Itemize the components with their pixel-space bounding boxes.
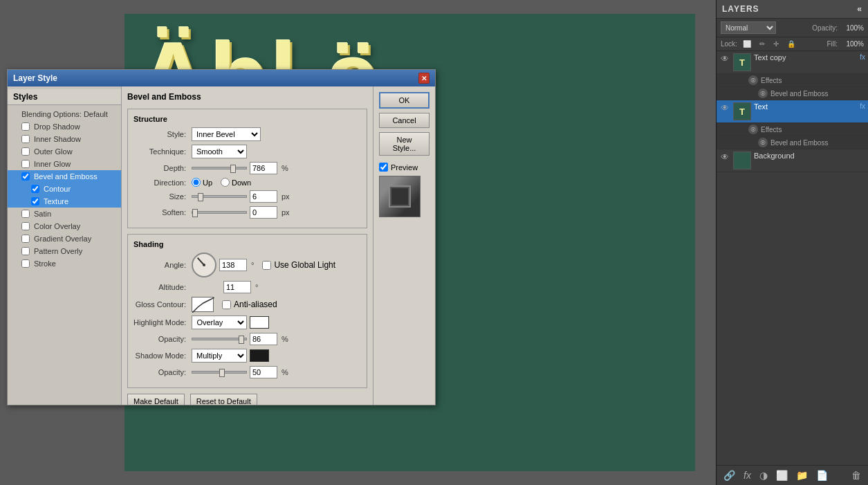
satin-checkbox[interactable]	[21, 210, 30, 218]
preview-label[interactable]: Preview	[379, 163, 430, 172]
opacity-label: Opacity:	[812, 24, 838, 32]
eye-icon-text[interactable]: 👁	[719, 102, 730, 113]
layer-sub-effects-text[interactable]: ⦿ Effects	[717, 123, 868, 136]
blending-options-label: Blending Options: Default	[21, 110, 108, 118]
style-label: Style:	[133, 130, 189, 138]
lock-all-icon[interactable]: 🔒	[784, 39, 798, 49]
style-item-gradient-overlay[interactable]: Gradient Overlay	[8, 232, 121, 245]
layer-sub-bevel-text-copy[interactable]: ⦿ Bevel and Emboss	[717, 87, 868, 100]
style-item-outer-glow[interactable]: Outer Glow	[8, 145, 121, 158]
style-item-contour[interactable]: Contour	[8, 183, 121, 195]
highlight-mode-select[interactable]: Overlay Normal	[192, 315, 247, 329]
style-select[interactable]: Inner Bevel Outer Bevel Emboss	[192, 127, 261, 141]
fill-value[interactable]: 100%	[840, 40, 864, 48]
style-item-satin[interactable]: Satin	[8, 208, 121, 220]
highlight-opacity-slider[interactable]	[192, 338, 247, 340]
make-default-button[interactable]: Make Default	[127, 394, 185, 405]
soften-slider[interactable]	[192, 211, 247, 214]
anti-aliased-label[interactable]: Anti-aliased	[222, 300, 277, 309]
lock-transparent-icon[interactable]: ⬜	[740, 39, 754, 49]
reset-to-default-button[interactable]: Reset to Default	[190, 394, 257, 405]
direction-down-radio[interactable]	[221, 178, 230, 187]
global-light-label[interactable]: Use Global Light	[262, 260, 335, 270]
add-fx-button[interactable]: fx	[741, 468, 754, 482]
style-item-blending[interactable]: Blending Options: Default	[8, 108, 121, 120]
size-label: Size:	[133, 192, 189, 201]
add-mask-button[interactable]: ⬜	[773, 468, 791, 482]
style-item-stroke[interactable]: Stroke	[8, 257, 121, 270]
angle-center	[203, 264, 205, 266]
layer-item-text-copy[interactable]: 👁 T Text copy fx	[717, 51, 868, 74]
eye-icon-text-copy[interactable]: 👁	[719, 53, 730, 64]
layer-info-background: Background	[754, 152, 865, 160]
color-overlay-checkbox[interactable]	[21, 222, 30, 230]
angle-dial[interactable]	[192, 253, 216, 277]
direction-down-label[interactable]: Down	[221, 178, 251, 187]
expand-icon[interactable]: «	[857, 4, 862, 14]
bevel-emboss-checkbox[interactable]	[21, 172, 30, 181]
use-global-light-checkbox[interactable]	[262, 261, 271, 270]
direction-up-radio[interactable]	[192, 178, 201, 187]
texture-checkbox[interactable]	[31, 197, 39, 205]
style-item-inner-shadow[interactable]: Inner Shadow	[8, 133, 121, 145]
style-item-texture[interactable]: Texture	[8, 195, 121, 208]
pattern-overlay-checkbox[interactable]	[21, 247, 30, 255]
angle-input[interactable]	[219, 259, 247, 271]
contour-checkbox[interactable]	[31, 185, 39, 193]
layer-sub-effects-text-copy[interactable]: ⦿ Effects	[717, 74, 868, 87]
highlight-opacity-input[interactable]	[250, 333, 277, 345]
depth-slider[interactable]	[192, 167, 247, 170]
new-style-button[interactable]: New Style...	[379, 132, 430, 156]
layer-style-dialog: Layer Style ✕ Styles Blending Options: D…	[7, 69, 436, 405]
highlight-color-swatch[interactable]	[250, 316, 269, 329]
layer-item-background[interactable]: 👁 Background	[717, 149, 868, 172]
shadow-color-swatch[interactable]	[250, 349, 269, 362]
cancel-button[interactable]: Cancel	[379, 113, 430, 128]
depth-row: Depth: %	[133, 162, 361, 174]
lock-controls: Lock: ⬜ ✏ ✛ 🔒 Fill: 100%	[717, 37, 868, 51]
link-layers-button[interactable]: 🔗	[721, 468, 738, 482]
inner-glow-checkbox[interactable]	[21, 160, 30, 168]
direction-up-label[interactable]: Up	[192, 178, 212, 187]
close-button[interactable]: ✕	[418, 73, 430, 84]
style-item-inner-glow[interactable]: Inner Glow	[8, 158, 121, 170]
gradient-overlay-checkbox[interactable]	[21, 235, 30, 243]
lock-position-icon[interactable]: ✛	[770, 39, 782, 49]
stroke-checkbox[interactable]	[21, 259, 30, 268]
shadow-opacity-label: Opacity:	[133, 368, 189, 376]
shadow-mode-select[interactable]: Multiply Normal	[192, 349, 247, 363]
new-layer-button[interactable]: 📄	[813, 468, 831, 482]
altitude-input[interactable]	[223, 281, 251, 293]
size-input[interactable]	[250, 190, 277, 203]
bevel-label-text-copy: Bevel and Emboss	[770, 90, 828, 98]
options-panel: Bevel and Emboss Structure Style: Inner …	[122, 86, 373, 405]
depth-input[interactable]	[250, 162, 277, 174]
delete-layer-button[interactable]: 🗑	[849, 468, 864, 482]
outer-glow-checkbox[interactable]	[21, 147, 30, 156]
anti-aliased-checkbox[interactable]	[222, 300, 231, 309]
style-item-drop-shadow[interactable]: Drop Shadow	[8, 120, 121, 133]
altitude-row: Altitude: °	[133, 281, 361, 293]
gloss-contour-preview[interactable]	[192, 297, 214, 312]
add-adjustment-button[interactable]: ◑	[757, 468, 770, 482]
style-item-pattern-overlay[interactable]: Pattern Overly	[8, 245, 121, 257]
layer-sub-bevel-text[interactable]: ⦿ Bevel and Emboss	[717, 136, 868, 149]
canvas-area: Ähl ä Pizz Keb Layer Style ✕ Styles Blen…	[0, 0, 716, 485]
new-group-button[interactable]: 📁	[793, 468, 811, 482]
size-slider[interactable]	[192, 195, 247, 198]
preview-checkbox[interactable]	[379, 163, 388, 172]
layer-item-text[interactable]: 👁 T Text fx	[717, 100, 868, 123]
inner-shadow-checkbox[interactable]	[21, 135, 30, 143]
ok-button[interactable]: OK	[379, 92, 430, 109]
style-item-color-overlay[interactable]: Color Overlay	[8, 220, 121, 232]
drop-shadow-checkbox[interactable]	[21, 122, 30, 131]
shadow-opacity-input[interactable]	[250, 366, 277, 378]
soften-input[interactable]	[250, 206, 277, 219]
eye-icon-background[interactable]: 👁	[719, 152, 730, 163]
shadow-opacity-slider[interactable]	[192, 371, 247, 374]
technique-select[interactable]: Smooth Chisel Hard	[192, 145, 247, 158]
lock-image-icon[interactable]: ✏	[757, 39, 768, 49]
blend-mode-select[interactable]: Normal Multiply Screen	[721, 21, 776, 34]
style-item-bevel-emboss[interactable]: Bevel and Emboss	[8, 170, 121, 183]
opacity-value[interactable]: 100%	[840, 24, 864, 32]
